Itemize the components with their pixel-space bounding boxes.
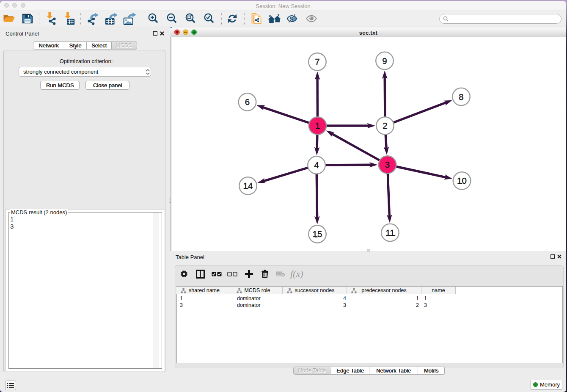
svg-text:10: 10 <box>457 176 467 185</box>
svg-text:1: 1 <box>315 121 320 130</box>
svg-text:8: 8 <box>459 92 463 102</box>
svg-text:15: 15 <box>313 229 322 239</box>
svg-text:3: 3 <box>385 160 390 169</box>
svg-text:2: 2 <box>383 121 387 130</box>
svg-text:9: 9 <box>382 56 387 66</box>
svg-text:14: 14 <box>243 181 253 190</box>
svg-text:4: 4 <box>314 160 319 170</box>
svg-text:7: 7 <box>315 57 319 66</box>
svg-text:11: 11 <box>385 228 394 237</box>
svg-text:6: 6 <box>245 97 250 107</box>
